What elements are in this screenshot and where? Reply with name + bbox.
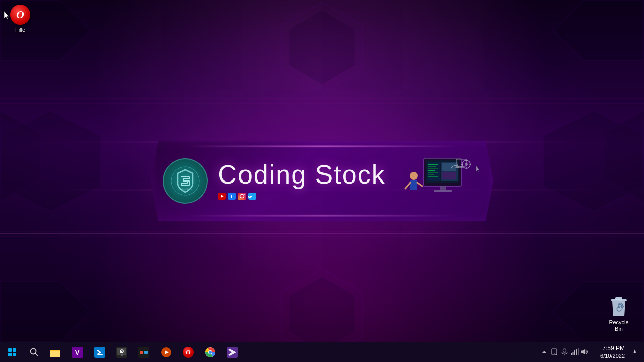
taskbar-divider [593, 346, 593, 358]
svg-marker-3 [289, 277, 355, 351]
tablet-icon [551, 348, 558, 355]
banner-content: Coding Stock Coding Stock f [163, 153, 481, 209]
taskbar-date: 6/10/2022 [600, 352, 625, 359]
banner-title: Coding Stock [218, 161, 385, 188]
media-icon [116, 347, 127, 358]
volume-icon [581, 348, 589, 355]
svg-point-45 [410, 172, 418, 180]
svg-marker-1 [289, 10, 355, 84]
taskbar-app-file-explorer[interactable] [44, 342, 66, 363]
taskbar-app-1[interactable] [133, 342, 155, 363]
svg-rect-42 [442, 172, 456, 179]
search-icon [30, 348, 39, 357]
taskbar-clock[interactable]: 7:59 PM 6/10/2022 [596, 345, 629, 360]
notification-icon [633, 348, 637, 356]
svg-rect-46 [410, 180, 417, 190]
microphone-tray[interactable] [559, 347, 570, 357]
svg-rect-66 [98, 354, 103, 355]
svg-rect-73 [140, 351, 143, 354]
banner-logo: Coding Stock [163, 158, 208, 204]
svg-point-69 [121, 354, 123, 356]
taskbar-app-2[interactable] [155, 342, 177, 363]
microphone-icon [561, 348, 568, 355]
taskbar-app-vscode[interactable] [221, 342, 244, 363]
taskbar-time: 7:59 PM [600, 345, 625, 353]
svg-rect-41 [442, 163, 456, 171]
svg-rect-88 [573, 352, 574, 355]
svg-text:Coding Stock: Coding Stock [179, 188, 193, 191]
taskbar-app-opera[interactable]: O [177, 342, 199, 363]
notification-area [539, 347, 590, 357]
opera-label: Fille [15, 27, 25, 33]
notification-bell[interactable] [630, 347, 640, 357]
desktop-icon-recycle-bin[interactable]: Recycle Bin [604, 294, 634, 334]
chevron-up-icon [542, 349, 547, 354]
svg-line-60 [35, 353, 38, 356]
taskbar-app-vscode-blue[interactable] [89, 342, 111, 363]
taskbar-system-tray: 7:59 PM 6/10/2022 [539, 345, 644, 360]
svg-rect-85 [564, 349, 566, 352]
opera-icon [10, 5, 30, 25]
svg-marker-9 [553, 0, 644, 60]
computer-illustration [401, 153, 481, 209]
svg-line-48 [417, 183, 422, 186]
svg-rect-62 [50, 350, 55, 351]
taskbar-apps: V [44, 342, 539, 363]
svg-rect-93 [634, 353, 635, 353]
recycle-bin-label: Recycle Bin [606, 319, 632, 332]
svg-marker-82 [542, 351, 546, 353]
svg-marker-92 [581, 349, 585, 354]
svg-rect-58 [615, 297, 622, 300]
svg-rect-56 [459, 166, 463, 168]
start-button[interactable] [0, 342, 24, 363]
svg-rect-29 [248, 193, 256, 200]
svg-point-28 [244, 194, 245, 195]
svg-line-47 [405, 183, 410, 189]
svg-rect-91 [578, 348, 579, 355]
svg-point-84 [554, 354, 555, 355]
svg-point-80 [209, 351, 212, 354]
visual-studio-icon: V [72, 347, 83, 358]
svg-rect-26 [238, 193, 246, 200]
network-tray[interactable] [570, 347, 580, 357]
app1-icon [138, 347, 149, 358]
banner-text-area: Coding Stock f [218, 161, 385, 201]
svg-rect-44 [434, 190, 452, 192]
chrome-icon [205, 347, 216, 358]
vscode-blue-icon [94, 347, 105, 358]
tablet-icon-tray[interactable] [549, 347, 559, 357]
svg-marker-10 [0, 282, 91, 342]
taskbar-app-media[interactable] [111, 342, 133, 363]
banner-social-icons: f [218, 192, 258, 201]
volume-tray[interactable] [580, 347, 590, 357]
banner-glow-bottom [185, 215, 459, 216]
taskbar: V [0, 342, 644, 362]
app2-icon [160, 347, 172, 358]
svg-rect-89 [574, 350, 575, 355]
taskbar-app-chrome[interactable] [199, 342, 221, 363]
desktop-icon-opera[interactable]: Fille [3, 3, 38, 35]
file-explorer-icon [50, 347, 61, 357]
svg-rect-74 [144, 351, 148, 354]
taskbar-app-visual-studio[interactable]: V [66, 342, 89, 363]
banner-glow-top [185, 146, 459, 147]
taskbar-search[interactable] [24, 342, 44, 363]
opera-taskbar-icon: O [183, 347, 194, 358]
start-icon [8, 348, 16, 356]
svg-text:V: V [75, 349, 80, 356]
network-icon [571, 348, 579, 355]
svg-rect-87 [571, 353, 572, 355]
svg-rect-90 [576, 349, 577, 355]
tray-chevron[interactable] [539, 347, 549, 357]
recycle-bin-icon [609, 296, 629, 317]
coding-stock-logo-svg: Coding Stock [170, 166, 200, 196]
svg-rect-43 [440, 186, 446, 190]
vscode-icon [227, 347, 238, 358]
central-banner: Coding Stock Coding Stock f [151, 141, 493, 221]
